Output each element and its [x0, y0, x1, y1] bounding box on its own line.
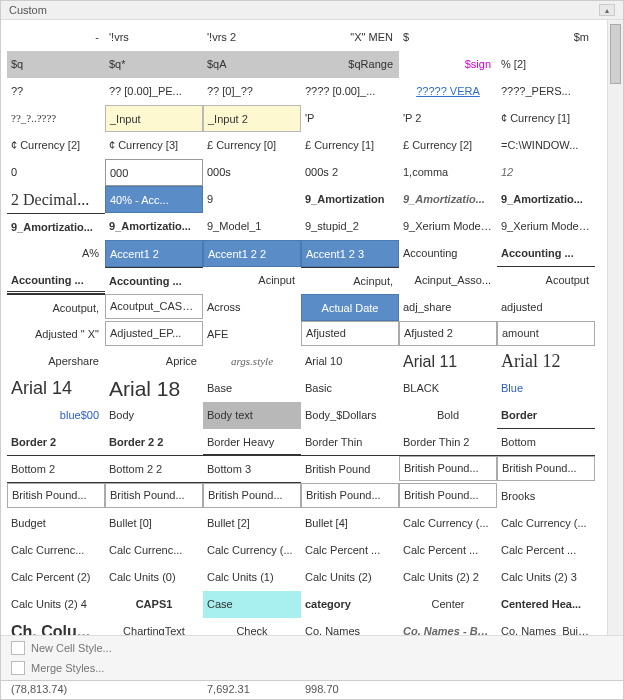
scroll-up-button[interactable]: ▴	[599, 4, 615, 16]
style-cell[interactable]: A%	[7, 240, 105, 267]
style-cell[interactable]: Adjusted_EP...	[105, 321, 203, 346]
style-cell[interactable]: British Pound...	[301, 483, 399, 508]
style-cell[interactable]: 9_Model_1	[203, 213, 301, 240]
style-cell[interactable]: Body	[105, 402, 203, 429]
style-cell[interactable]: Border	[497, 402, 595, 429]
style-cell[interactable]: Bottom 3	[203, 456, 301, 483]
style-cell[interactable]: ????_PERS...	[497, 78, 595, 105]
style-cell[interactable]: British Pound...	[7, 483, 105, 508]
style-cell[interactable]: 1,comma	[399, 159, 497, 186]
style-cell[interactable]: Blue	[497, 375, 595, 402]
style-cell[interactable]: Centered Hea...	[497, 591, 595, 618]
style-cell[interactable]: Arial 11	[399, 348, 497, 375]
style-cell[interactable]: Body text	[203, 402, 301, 429]
style-cell[interactable]: '!vrs	[105, 24, 203, 51]
style-cell[interactable]: -	[7, 24, 105, 51]
style-cell[interactable]: $	[399, 24, 497, 51]
style-cell[interactable]: Case	[203, 591, 301, 618]
style-cell[interactable]: Co. Names	[301, 618, 399, 635]
style-cell[interactable]: Bottom 2	[7, 456, 105, 483]
style-cell[interactable]: 12	[497, 159, 595, 186]
style-cell[interactable]: Arial 12	[497, 348, 595, 375]
style-cell[interactable]: ??	[7, 78, 105, 105]
style-cell[interactable]: $qRange	[301, 51, 399, 78]
style-cell[interactable]: Check	[203, 618, 301, 635]
style-cell[interactable]: ¢ Currency [2]	[7, 132, 105, 159]
style-cell[interactable]: British Pound	[301, 456, 399, 483]
style-cell[interactable]: Accounting ...	[105, 267, 203, 294]
style-cell[interactable]: AFE	[203, 321, 301, 348]
style-cell[interactable]: Calc Percent ...	[497, 537, 595, 564]
style-cell[interactable]: ????? VERA	[399, 78, 497, 105]
style-cell[interactable]: adj_share	[399, 294, 497, 321]
style-cell[interactable]: Arial 14	[7, 375, 105, 402]
style-cell[interactable]: Border 2 2	[105, 429, 203, 456]
style-cell[interactable]: 000s 2	[301, 159, 399, 186]
style-cell[interactable]: Calc Percent (2)	[7, 564, 105, 591]
style-cell[interactable]: ??_?..????	[7, 105, 105, 132]
style-cell[interactable]: Calc Units (1)	[203, 564, 301, 591]
style-cell[interactable]: 2 Decimal...	[7, 186, 105, 213]
style-cell[interactable]: Calc Percent ...	[399, 537, 497, 564]
style-cell[interactable]: Calc Currency (...	[399, 510, 497, 537]
style-cell[interactable]: Bullet [4]	[301, 510, 399, 537]
style-cell[interactable]: Bold	[399, 402, 497, 429]
style-cell[interactable]: 9_Amortizatio...	[105, 213, 203, 240]
style-cell[interactable]: Bullet [2]	[203, 510, 301, 537]
style-cell[interactable]: 0	[7, 159, 105, 186]
style-cell[interactable]: '!vrs 2	[203, 24, 301, 51]
style-cell[interactable]: 9_stupid_2	[301, 213, 399, 240]
style-cell[interactable]: "X" MEN	[301, 24, 399, 51]
style-cell[interactable]: Border Heavy	[203, 429, 301, 456]
style-cell[interactable]: $q*	[105, 51, 203, 78]
style-cell[interactable]: Arial 18	[105, 375, 203, 402]
style-cell[interactable]: 9_Amortizatio...	[497, 186, 595, 213]
style-cell[interactable]: £ Currency [2]	[399, 132, 497, 159]
style-cell[interactable]: Border Thin 2	[399, 429, 497, 456]
style-cell[interactable]: Accounting ...	[497, 240, 595, 267]
merge-styles-button[interactable]: Merge Styles...	[1, 658, 623, 678]
vertical-scrollbar[interactable]	[607, 20, 623, 635]
style-cell[interactable]: ChartingText	[105, 618, 203, 635]
style-cell[interactable]: % [2]	[497, 51, 595, 78]
style-cell[interactable]: 9	[203, 186, 301, 213]
style-cell[interactable]: ¢ Currency [3]	[105, 132, 203, 159]
style-cell[interactable]: Acoutput,	[7, 294, 105, 321]
style-cell[interactable]: Co. Names_Buildup...	[497, 618, 595, 635]
style-cell[interactable]: Ch, Colu...	[7, 618, 105, 635]
style-cell[interactable]: Adjusted " X"	[7, 321, 105, 348]
style-cell[interactable]: £ Currency [0]	[203, 132, 301, 159]
style-cell[interactable]: $qA	[203, 51, 301, 78]
style-cell[interactable]: 9_Xerium Model ...	[497, 213, 595, 240]
style-cell[interactable]: Brooks	[497, 483, 595, 510]
style-cell[interactable]: Calc Percent ...	[301, 537, 399, 564]
style-cell[interactable]: Calc Units (0)	[105, 564, 203, 591]
style-cell[interactable]: British Pound...	[399, 483, 497, 508]
style-cell[interactable]: Actual Date	[301, 294, 399, 321]
style-cell[interactable]: Acinput_Asso...	[399, 267, 497, 294]
style-cell[interactable]: Accent1 2	[105, 240, 203, 267]
style-cell[interactable]: Bullet [0]	[105, 510, 203, 537]
style-cell[interactable]: Calc Currency (...	[497, 510, 595, 537]
style-cell[interactable]: $sign	[399, 51, 497, 78]
style-cell[interactable]: Accent1 2 3	[301, 240, 399, 267]
style-cell[interactable]: Acoutput	[497, 267, 595, 294]
style-cell[interactable]: Accounting	[399, 240, 497, 267]
style-cell[interactable]: Calc Units (2) 3	[497, 564, 595, 591]
style-cell[interactable]: British Pound...	[203, 483, 301, 508]
style-cell[interactable]: 9_Amortizatio...	[7, 213, 105, 240]
style-cell[interactable]: Border Thin	[301, 429, 399, 456]
style-cell[interactable]: Calc Units (2) 4	[7, 591, 105, 618]
style-cell[interactable]: British Pound...	[399, 456, 497, 481]
style-cell[interactable]: Across	[203, 294, 301, 321]
style-cell[interactable]: amount	[497, 321, 595, 346]
style-cell[interactable]: Accounting ...	[7, 267, 105, 294]
style-cell[interactable]: Arial 10	[301, 348, 399, 375]
style-cell[interactable]: Apershare	[7, 348, 105, 375]
style-cell[interactable]: Afjusted 2	[399, 321, 497, 346]
style-cell[interactable]: Calc Units (2)	[301, 564, 399, 591]
style-cell[interactable]: $q	[7, 51, 105, 78]
style-cell[interactable]: category	[301, 591, 399, 618]
new-cell-style-button[interactable]: New Cell Style...	[1, 638, 623, 658]
style-cell[interactable]: Aprice	[105, 348, 203, 375]
